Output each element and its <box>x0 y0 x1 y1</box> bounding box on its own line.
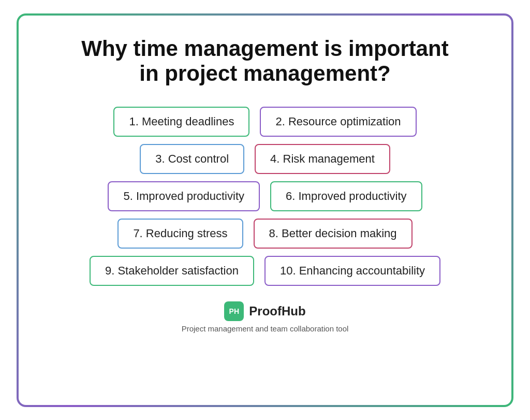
item-5: 5. Improved productivity <box>108 181 260 211</box>
brand-tagline: Project management and team collaboratio… <box>182 324 349 333</box>
row-3: 5. Improved productivity 6. Improved pro… <box>108 181 422 211</box>
item-6: 6. Improved productivity <box>270 181 422 211</box>
item-10: 10. Enhancing accountability <box>264 256 440 286</box>
title-line1: Why time management is important <box>81 36 448 61</box>
row-4: 7. Reducing stress 8. Better decision ma… <box>117 219 412 249</box>
item-3: 3. Cost control <box>140 144 244 174</box>
outer-border: Why time management is important in proj… <box>17 13 513 407</box>
items-grid: 1. Meeting deadlines 2. Resource optimiz… <box>50 107 480 286</box>
item-2: 2. Resource optimization <box>260 107 416 137</box>
item-4: 4. Risk management <box>255 144 390 174</box>
row-1: 1. Meeting deadlines 2. Resource optimiz… <box>113 107 416 137</box>
item-7: 7. Reducing stress <box>117 219 243 249</box>
item-9: 9. Stakeholder satisfaction <box>90 256 254 286</box>
row-2: 3. Cost control 4. Risk management <box>140 144 390 174</box>
page-title: Why time management is important in proj… <box>81 36 448 86</box>
card: Why time management is important in proj… <box>19 16 511 405</box>
title-line2: in project management? <box>139 61 390 85</box>
item-8: 8. Better decision making <box>254 219 413 249</box>
brand-name: ProofHub <box>249 304 305 318</box>
item-1: 1. Meeting deadlines <box>113 107 249 137</box>
branding-section: PH ProofHub Project management and team … <box>182 301 349 333</box>
row-5: 9. Stakeholder satisfaction 10. Enhancin… <box>90 256 440 286</box>
brand-row: PH ProofHub <box>224 301 305 321</box>
proofhub-logo: PH <box>224 301 244 321</box>
